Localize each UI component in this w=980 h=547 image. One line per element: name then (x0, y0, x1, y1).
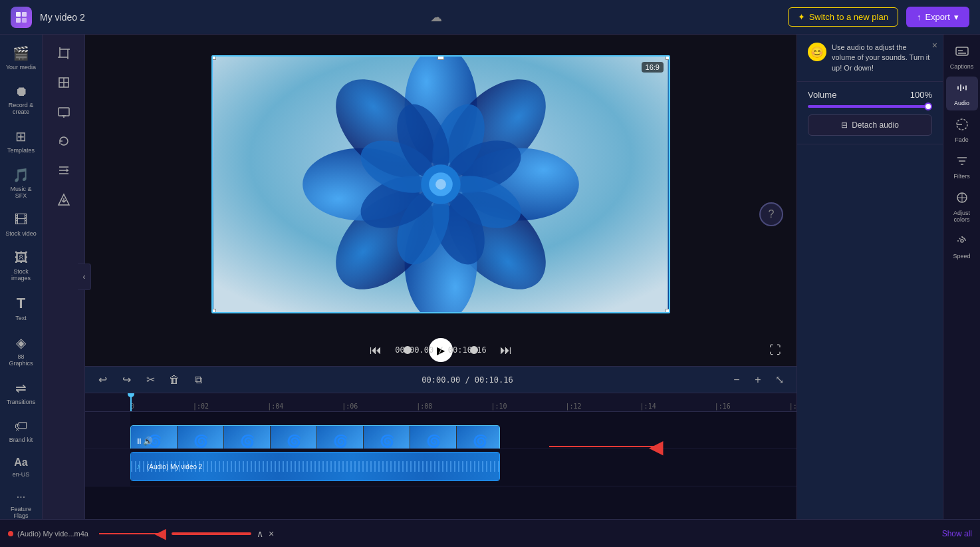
topbar: My video 2 ☁ ✦ Switch to a new plan ↑ Ex… (0, 0, 980, 35)
timeline-timecode: 00:00.00 / 00:10.16 (213, 375, 722, 385)
svg-point-52 (961, 240, 963, 242)
timeline-ruler: 0 |:02 |:04 |:06 |:08 |:10 |:12 |:14 |:1… (85, 393, 796, 412)
transform-tool[interactable] (51, 69, 77, 96)
align-tool[interactable] (51, 157, 77, 184)
center-area: 16:9 ? ⏮ 5 ▶ ⏭ 00:00.00 / 0 (85, 35, 796, 519)
right-panel: 😊 Use audio to adjust the volume of your… (796, 35, 943, 519)
audio-status-dot (8, 531, 13, 536)
sidebar-item-your-media[interactable]: 🎬 Your media (3, 40, 40, 76)
handle-top-left[interactable] (211, 55, 216, 60)
music-icon: 🎵 (13, 167, 29, 183)
audio-clip[interactable]: ♪ (Audio) My video 2 (130, 452, 500, 481)
tip-panel: 😊 Use audio to adjust the volume of your… (797, 35, 943, 82)
volume-slider[interactable] (808, 105, 932, 108)
track-content-audio[interactable]: ♪ (Audio) My video 2 (130, 449, 796, 486)
crop-tool[interactable] (51, 40, 77, 67)
timeline-tracks: My video 2.mp4 ⏸ 🔊 🌀 🌀 (85, 412, 796, 519)
send-back-tool[interactable] (51, 186, 77, 213)
svg-rect-3 (22, 18, 27, 23)
sidebar-item-templates[interactable]: ⊞ Templates (3, 123, 40, 159)
sidebar-item-adjust-colors[interactable]: Adjustcolors (946, 186, 978, 227)
handle-top-mid[interactable] (437, 55, 444, 60)
show-all-button[interactable]: Show all (942, 529, 972, 538)
bottom-audio-item[interactable]: (Audio) My vide...m4a (8, 530, 88, 538)
volume-thumb[interactable] (924, 102, 932, 110)
bottom-red-arrow: ◀ (99, 525, 166, 542)
sidebar-label-feature-flags: FeatureFlags (11, 506, 31, 519)
bottom-progress-bar (172, 532, 251, 535)
tool-panel: ‹ (43, 35, 85, 519)
sidebar-label-transitions: Transitions (7, 399, 36, 405)
switch-plan-button[interactable]: ✦ Switch to a new plan (788, 7, 898, 27)
bottom-arrowhead: ◀ (155, 525, 166, 542)
sidebar-item-stock-images[interactable]: 🖼 Stock images (3, 245, 40, 287)
video-canvas[interactable]: 16:9 (211, 55, 670, 313)
sidebar-item-en-us[interactable]: Aa en-US (3, 451, 40, 483)
sidebar-label-your-media: Your media (6, 64, 36, 71)
handle-bottom-left[interactable] (211, 309, 216, 313)
handle-bottom-right[interactable] (666, 309, 670, 313)
tip-avatar: 😊 (808, 43, 826, 61)
sidebar-item-audio[interactable]: Audio (946, 77, 978, 110)
track-content-video[interactable]: My video 2.mp4 ⏸ 🔊 🌀 🌀 (130, 412, 796, 449)
speed-label: Speed (953, 253, 970, 260)
skip-to-end-button[interactable]: ⏭ (495, 339, 517, 361)
ruler-mark-18: |:18 (789, 403, 796, 411)
video-clip[interactable]: ⏸ 🔊 🌀 🌀 🌀 (130, 425, 500, 449)
ruler-mark-06: |:06 (342, 403, 358, 411)
sidebar-item-speed[interactable]: Speed (946, 230, 978, 264)
sidebar-item-brand-kit[interactable]: 🏷 Brand kit (3, 413, 40, 449)
sidebar-item-filters[interactable]: Filters (946, 150, 978, 184)
upload-icon: ↑ (917, 12, 921, 22)
redo-button[interactable]: ↪ (117, 371, 136, 389)
duplicate-button[interactable]: ⧉ (189, 371, 207, 389)
collapse-timeline-button[interactable]: ⤡ (770, 371, 789, 389)
right-sidebar: Captions Audio Fade (943, 35, 980, 519)
video-thumb-7: 🌀 (410, 426, 457, 449)
video-track: My video 2.mp4 ⏸ 🔊 🌀 🌀 (85, 412, 796, 449)
help-button[interactable]: ? (759, 202, 783, 226)
detach-label: Detach audio (852, 120, 899, 130)
zoom-in-button[interactable]: + (749, 371, 767, 389)
sidebar-label-graphics: 88 Graphics (5, 353, 37, 367)
sidebar-item-music-sfx[interactable]: 🎵 Music & SFX (3, 162, 40, 204)
record-icon: ⏺ (15, 84, 28, 99)
sidebar-item-text[interactable]: T Text (3, 289, 40, 327)
sidebar-item-feature-flags[interactable]: ··· FeatureFlags (3, 486, 40, 519)
transitions-icon: ⇌ (15, 380, 27, 396)
close-tip-button[interactable]: × (932, 40, 937, 51)
ruler-mark-16: |:16 (715, 403, 731, 411)
sidebar-item-stock-video[interactable]: 🎞 Stock video (3, 207, 40, 242)
expand-bottom-button[interactable]: ∧ (257, 528, 263, 539)
screen-tool[interactable] (51, 98, 77, 125)
detach-audio-button[interactable]: ⊟ Detach audio (808, 114, 932, 136)
close-bottom-button[interactable]: × (269, 528, 274, 539)
rotate-tool[interactable] (51, 128, 77, 154)
language-icon: Aa (14, 456, 27, 468)
sidebar-item-fade[interactable]: Fade (946, 113, 978, 147)
sidebar-item-graphics[interactable]: ◈ 88 Graphics (3, 329, 40, 372)
video-timecode: 00:00.00 / 00:10.16 (395, 345, 486, 355)
crown-icon: ✦ (798, 12, 805, 22)
fullscreen-button[interactable]: ⛶ (765, 339, 786, 361)
audio-track-label: (Audio) My video 2 (147, 463, 202, 470)
export-button[interactable]: ↑ Export ▾ (906, 7, 969, 27)
svg-marker-18 (66, 168, 68, 172)
sidebar-item-record-create[interactable]: ⏺ Record &create (3, 79, 40, 120)
skip-to-start-button[interactable]: ⏮ (365, 339, 386, 361)
volume-label: Volume (808, 90, 836, 100)
handle-top-right[interactable] (666, 55, 670, 60)
video-thumb-8: 🌀 (457, 426, 500, 449)
delete-button[interactable]: 🗑 (165, 371, 184, 389)
svg-point-42 (435, 179, 446, 190)
svg-rect-2 (16, 18, 21, 23)
sidebar-item-transitions[interactable]: ⇌ Transitions (3, 375, 40, 411)
more-icon: ··· (17, 491, 25, 503)
video-thumb-2: 🌀 (178, 426, 224, 449)
undo-button[interactable]: ↩ (93, 371, 112, 389)
cut-button[interactable]: ✂ (141, 371, 160, 389)
zoom-out-button[interactable]: − (727, 371, 746, 389)
brand-kit-icon: 🏷 (15, 419, 28, 434)
sidebar-item-captions[interactable]: Captions (946, 40, 978, 74)
tool-panel-collapse[interactable]: ‹ (78, 264, 91, 290)
